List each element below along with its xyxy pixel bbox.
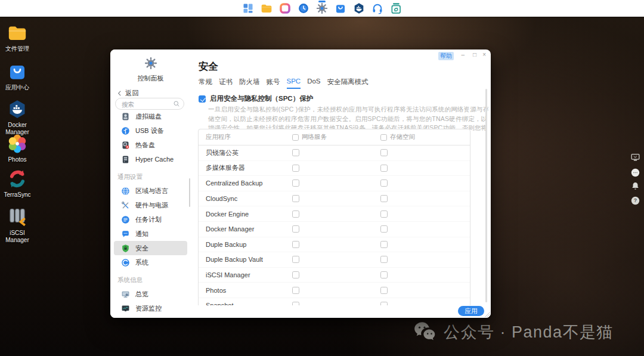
app-name: Duple Backup Vault xyxy=(206,256,292,263)
sidebar-item-hardware[interactable]: 硬件与电源 xyxy=(114,198,187,212)
desktop-icon-label: 文件管理 xyxy=(5,45,29,52)
maximize-button[interactable]: □ xyxy=(473,51,476,58)
sidebar-item-green-app[interactable] xyxy=(114,315,187,318)
network-service-header-checkbox[interactable] xyxy=(292,134,299,141)
photos-app-taskbar-button[interactable] xyxy=(279,2,291,14)
desktop-icon-app-center[interactable]: 应用中心 xyxy=(0,61,35,91)
resize-grip[interactable] xyxy=(485,312,490,317)
network-checkbox[interactable] xyxy=(292,225,299,233)
app-column-header: 应用程序 xyxy=(206,133,292,141)
sidebar-item-label: 系统 xyxy=(135,258,148,267)
globe-icon xyxy=(121,187,130,196)
app-permission-row: iSCSI Manager xyxy=(199,268,470,283)
tab-DoS[interactable]: DoS xyxy=(307,78,320,89)
storage-checkbox[interactable] xyxy=(380,256,388,263)
sync-stack-taskbar-button[interactable] xyxy=(390,2,402,14)
spc-protection-checkbox[interactable] xyxy=(199,95,206,103)
desktop-icon-docker[interactable]: Docker Manager xyxy=(0,99,35,136)
messages-icon xyxy=(630,168,640,178)
storage-checkbox[interactable] xyxy=(380,225,388,233)
storage-checkbox[interactable] xyxy=(380,287,388,294)
tab-常规[interactable]: 常规 xyxy=(199,78,212,89)
back-button[interactable]: 返回 xyxy=(116,89,139,98)
minimize-button[interactable]: – xyxy=(461,51,465,58)
network-checkbox[interactable] xyxy=(292,149,299,156)
help-circle-rail-button[interactable]: ? xyxy=(630,196,640,206)
network-checkbox[interactable] xyxy=(292,210,299,218)
network-checkbox[interactable] xyxy=(292,287,299,294)
overview-icon xyxy=(121,290,130,299)
desktop-icon-label: iSCSI Manager xyxy=(0,230,35,244)
network-checkbox[interactable] xyxy=(292,179,299,187)
app-permission-row: Photos xyxy=(199,283,470,298)
tab-证书[interactable]: 证书 xyxy=(219,78,233,89)
bell-rail-button[interactable] xyxy=(630,181,640,191)
sidebar-item-notification[interactable]: 通知 xyxy=(114,227,187,241)
app-permissions-table: 应用程序网络服务存储空间 贝锐蒲公英多媒体服务器Centralized Back… xyxy=(198,129,470,314)
network-checkbox[interactable] xyxy=(292,256,299,263)
sidebar-item-resource-monitor[interactable]: 资源监控 xyxy=(114,301,187,315)
search-input[interactable] xyxy=(120,99,173,109)
desktop-icon-label: TerraSync xyxy=(4,191,30,199)
desktop-icon-iscsi[interactable]: iSCSI Manager xyxy=(0,207,35,244)
app-center-taskbar-button[interactable] xyxy=(335,2,346,14)
svg-text:?: ? xyxy=(634,197,637,203)
storage-checkbox[interactable] xyxy=(380,271,388,278)
hyper-cache-icon xyxy=(121,155,130,164)
app-permission-row: Duple Backup Vault xyxy=(199,252,470,268)
tab-防火墙[interactable]: 防火墙 xyxy=(239,78,260,89)
sidebar-item-virtual-disk[interactable]: 虚拟磁盘 xyxy=(114,109,187,123)
show-desktop-taskbar-button[interactable] xyxy=(242,2,254,14)
sidebar-item-globe[interactable]: 区域与语言 xyxy=(114,184,187,198)
network-checkbox[interactable] xyxy=(292,241,299,248)
storage-space-header-checkbox[interactable] xyxy=(380,134,387,141)
tab-安全隔离模式[interactable]: 安全隔离模式 xyxy=(327,78,369,89)
app-permission-row: Docker Manager xyxy=(199,222,470,237)
notification-icon xyxy=(121,230,130,239)
column-header-label: 网络服务 xyxy=(302,133,327,141)
sidebar-item-hot-spare[interactable]: 热备盘 xyxy=(114,138,187,152)
desktop-icon-column: 文件管理应用中心Docker ManagerPhotosTerraSynciSC… xyxy=(0,0,36,334)
storage-checkbox[interactable] xyxy=(380,241,388,248)
storage-checkbox[interactable] xyxy=(380,195,388,202)
task-icon xyxy=(121,215,130,224)
content-scrollbar[interactable] xyxy=(485,89,487,302)
close-button[interactable]: × xyxy=(482,51,486,58)
apply-button[interactable]: 应用 xyxy=(458,306,484,316)
desktop-icon-photos-flower[interactable]: Photos xyxy=(0,134,35,163)
photos-flower-icon xyxy=(7,134,27,154)
app-center-icon xyxy=(335,2,346,14)
control-panel-gear-taskbar-button[interactable] xyxy=(316,2,328,14)
sidebar-item-task[interactable]: 任务计划 xyxy=(114,212,187,227)
sidebar-item-security-shield[interactable]: 安全 xyxy=(114,241,187,255)
desktop-icon-folder[interactable]: 文件管理 xyxy=(0,23,35,52)
backup-clock-icon xyxy=(298,2,309,14)
storage-checkbox[interactable] xyxy=(380,165,388,172)
help-link[interactable]: 帮助 xyxy=(438,52,454,60)
messages-rail-button[interactable] xyxy=(630,168,640,178)
network-checkbox[interactable] xyxy=(292,165,299,172)
file-manager-taskbar-button[interactable] xyxy=(261,2,273,14)
tab-账号[interactable]: 账号 xyxy=(267,78,280,89)
remote-desktop-rail-button[interactable] xyxy=(630,152,640,162)
desktop-icon-terrasync[interactable]: TerraSync xyxy=(0,169,35,199)
app-name: 多媒体服务器 xyxy=(206,163,292,172)
tab-SPC[interactable]: SPC xyxy=(287,78,301,89)
storage-checkbox[interactable] xyxy=(380,179,388,187)
docker-taskbar-button[interactable] xyxy=(353,2,365,14)
sidebar-item-overview[interactable]: 总览 xyxy=(114,287,187,301)
sidebar-item-system[interactable]: 系统 xyxy=(114,255,187,270)
storage-checkbox[interactable] xyxy=(380,210,388,218)
sidebar-item-hyper-cache[interactable]: Hyper Cache xyxy=(114,152,187,166)
backup-clock-taskbar-button[interactable] xyxy=(298,2,309,14)
network-checkbox[interactable] xyxy=(292,271,299,278)
support-headset-taskbar-button[interactable] xyxy=(371,2,383,14)
window-content: 安全 常规证书防火墙账号SPCDoS安全隔离模式 启用安全与隐私控制（SPC）保… xyxy=(191,49,491,318)
sidebar-search xyxy=(115,98,184,110)
sidebar-item-usb[interactable]: USB 设备 xyxy=(114,123,187,138)
sidebar-scrollbar[interactable] xyxy=(189,178,191,207)
storage-checkbox[interactable] xyxy=(380,149,388,156)
network-checkbox[interactable] xyxy=(292,195,299,202)
watermark: 公众号 · Panda不是猫 xyxy=(413,321,614,343)
help-circle-icon: ? xyxy=(630,196,640,206)
